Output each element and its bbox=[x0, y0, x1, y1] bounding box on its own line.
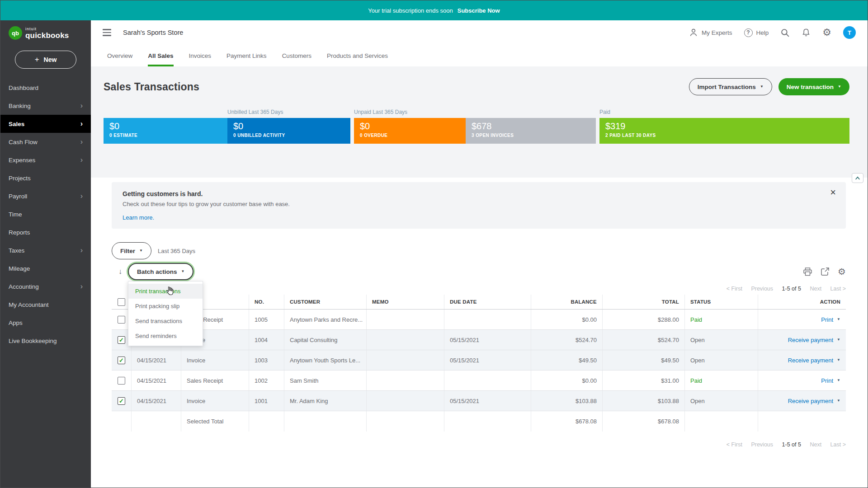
sidebar-item-my-accountant[interactable]: My Accountant bbox=[0, 296, 91, 314]
sidebar-item-live-bookkeeping[interactable]: Live Bookkeeping bbox=[0, 332, 91, 350]
tab-all-sales[interactable]: All Sales bbox=[148, 45, 173, 66]
selected-total-row: Selected Total$678.08$678.08 bbox=[112, 411, 846, 432]
sidebar-item-projects[interactable]: Projects bbox=[0, 169, 91, 187]
app-window: Your trial subscription ends soon Subscr… bbox=[0, 0, 868, 488]
table-settings-gear-icon[interactable]: ⚙ bbox=[838, 267, 846, 276]
row-checkbox[interactable]: ✓ bbox=[118, 336, 125, 344]
selected-total-balance: $678.08 bbox=[531, 411, 603, 432]
search-icon[interactable] bbox=[780, 28, 790, 38]
sidebar-nav: DashboardBanking›Sales›Cash Flow›Expense… bbox=[0, 79, 91, 350]
caret-down-icon: ▼ bbox=[139, 249, 143, 253]
sidebar-item-apps[interactable]: Apps bbox=[0, 314, 91, 332]
sidebar-item-banking[interactable]: Banking› bbox=[0, 97, 91, 115]
tab-overview[interactable]: Overview bbox=[107, 45, 132, 66]
column-header-no[interactable]: NO. bbox=[249, 295, 284, 309]
column-header-due-date[interactable]: DUE DATE bbox=[444, 295, 531, 309]
hamburger-menu-icon[interactable] bbox=[103, 29, 111, 36]
action-receive-payment-button[interactable]: Receive payment▼ bbox=[788, 398, 840, 404]
column-header-memo[interactable]: MEMO bbox=[367, 295, 444, 309]
subscribe-now-link[interactable]: Subscribe Now bbox=[458, 7, 500, 14]
new-transaction-button[interactable]: New transaction ▼ bbox=[778, 78, 849, 95]
footer-cell bbox=[284, 411, 367, 432]
my-experts-button[interactable]: My Experts bbox=[689, 28, 732, 37]
cell-balance: $103.88 bbox=[531, 391, 603, 411]
sidebar-item-label: Reports bbox=[9, 229, 30, 236]
batch-actions-button[interactable]: Batch actions ▼ bbox=[128, 263, 193, 280]
money-tile-3-open-invoices[interactable]: $6783 OPEN INVOICES bbox=[466, 118, 596, 144]
tab-invoices[interactable]: Invoices bbox=[189, 45, 212, 66]
table-row: ✓04/15/2021Invoice1001Mr. Adam King05/15… bbox=[112, 391, 846, 411]
sidebar-item-cash-flow[interactable]: Cash Flow› bbox=[0, 133, 91, 151]
collapse-moneybar-button[interactable] bbox=[852, 173, 863, 183]
selected-total-label: Selected Total bbox=[181, 411, 249, 432]
action-receive-payment-button[interactable]: Receive payment▼ bbox=[788, 337, 840, 343]
pagination-previous[interactable]: Previous bbox=[751, 286, 773, 292]
row-checkbox[interactable]: ✓ bbox=[118, 397, 125, 405]
cell-type: Sales Receipt bbox=[181, 371, 249, 390]
column-header-status[interactable]: STATUS bbox=[685, 295, 758, 309]
sidebar-item-mileage[interactable]: Mileage bbox=[0, 259, 91, 277]
new-button[interactable]: + New bbox=[15, 51, 76, 69]
sidebar-item-expenses[interactable]: Expenses› bbox=[0, 151, 91, 169]
money-tile-amount: $319 bbox=[605, 121, 849, 131]
pagination-first[interactable]: < First bbox=[726, 286, 742, 292]
cell-action: Receive payment▼ bbox=[758, 330, 846, 350]
caret-down-icon: ▼ bbox=[837, 358, 840, 362]
cell-balance: $49.50 bbox=[531, 350, 603, 370]
money-tile-0-estimate[interactable]: $00 ESTIMATE bbox=[104, 118, 227, 144]
filter-button[interactable]: Filter ▼ bbox=[112, 242, 151, 259]
column-header-action[interactable]: ACTION bbox=[758, 295, 846, 309]
menu-item-send-reminders[interactable]: Send reminders bbox=[128, 328, 203, 343]
cell-action: Receive payment▼ bbox=[758, 350, 846, 370]
sort-arrow-icon[interactable]: ↓ bbox=[115, 267, 125, 276]
cell-no: 1005 bbox=[249, 310, 284, 329]
sidebar-item-time[interactable]: Time bbox=[0, 205, 91, 223]
pagination-last[interactable]: Last > bbox=[830, 286, 846, 292]
money-tile-2-paid-last-30-days[interactable]: $3192 PAID LAST 30 DAYS bbox=[599, 118, 849, 144]
chevron-right-icon: › bbox=[80, 282, 83, 291]
tab-payment-links[interactable]: Payment Links bbox=[226, 45, 267, 66]
pagination-next[interactable]: Next bbox=[810, 286, 821, 292]
cell-date: 04/15/2021 bbox=[132, 391, 181, 411]
pagination-previous[interactable]: Previous bbox=[751, 441, 773, 448]
action-print-button[interactable]: Print▼ bbox=[821, 316, 840, 323]
row-checkbox[interactable] bbox=[118, 316, 125, 324]
close-icon[interactable]: × bbox=[830, 188, 836, 197]
pagination-first[interactable]: < First bbox=[726, 441, 742, 448]
user-avatar[interactable]: T bbox=[843, 26, 856, 39]
row-checkbox[interactable] bbox=[118, 377, 125, 385]
action-receive-payment-button[interactable]: Receive payment▼ bbox=[788, 357, 840, 364]
sidebar-item-payroll[interactable]: Payroll› bbox=[0, 187, 91, 205]
pagination-next[interactable]: Next bbox=[810, 441, 821, 448]
row-checkbox[interactable]: ✓ bbox=[118, 357, 125, 364]
sidebar-item-taxes[interactable]: Taxes› bbox=[0, 241, 91, 259]
quickbooks-logo[interactable]: qb intuit quickbooks bbox=[9, 26, 91, 40]
notifications-bell-icon[interactable] bbox=[802, 28, 811, 37]
pagination-last[interactable]: Last > bbox=[830, 441, 846, 448]
learn-more-link[interactable]: Learn more. bbox=[123, 214, 154, 221]
footer-cell bbox=[685, 411, 758, 432]
export-icon[interactable] bbox=[821, 267, 830, 276]
cell-due-date bbox=[444, 310, 531, 329]
money-tile-0-unbilled-activity[interactable]: $00 UNBILLED ACTIVITY bbox=[227, 118, 350, 144]
column-header-balance[interactable]: BALANCE bbox=[531, 295, 603, 309]
menu-item-print-packing-slip[interactable]: Print packing slip bbox=[128, 299, 203, 314]
sidebar-item-accounting[interactable]: Accounting› bbox=[0, 277, 91, 296]
menu-item-send-transactions[interactable]: Send transactions bbox=[128, 314, 203, 328]
sidebar-item-dashboard[interactable]: Dashboard bbox=[0, 79, 91, 97]
column-header-customer[interactable]: CUSTOMER bbox=[284, 295, 367, 309]
import-transactions-button[interactable]: Import Transactions ▼ bbox=[689, 78, 772, 95]
print-icon[interactable] bbox=[803, 267, 812, 276]
table-body: 04/15/2021Sales Receipt1005Anytown Parks… bbox=[112, 310, 846, 432]
settings-gear-icon[interactable]: ⚙ bbox=[822, 28, 831, 38]
money-tile-0-overdue[interactable]: $00 OVERDUE bbox=[354, 118, 466, 144]
tab-customers[interactable]: Customers bbox=[282, 45, 311, 66]
select-all-checkbox[interactable] bbox=[118, 298, 125, 306]
tab-products-and-services[interactable]: Products and Services bbox=[327, 45, 388, 66]
sidebar-item-reports[interactable]: Reports bbox=[0, 223, 91, 241]
column-header-total[interactable]: TOTAL bbox=[603, 295, 685, 309]
help-button[interactable]: ? Help bbox=[744, 28, 769, 37]
plus-icon: + bbox=[35, 55, 39, 64]
sidebar-item-sales[interactable]: Sales› bbox=[0, 115, 91, 133]
action-print-button[interactable]: Print▼ bbox=[821, 377, 840, 384]
